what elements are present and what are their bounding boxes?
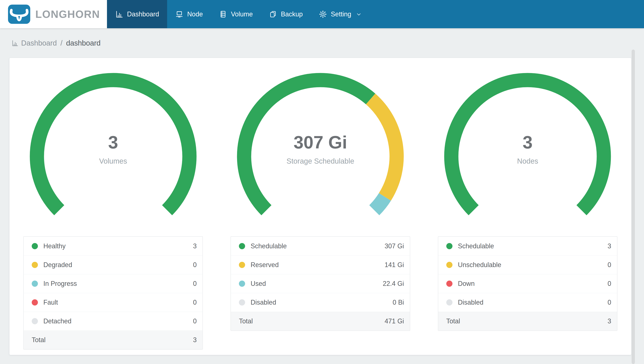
brand-name: LONGHORN [35,8,100,20]
legend-value: 0 [193,280,197,288]
breadcrumb-separator: / [60,39,64,47]
gauge-segment-used [374,197,385,210]
legend-value: 3 [608,317,611,325]
gauge-panel-3: 3NodesSchedulable3Unschedulable0Down0Dis… [424,58,631,355]
donut-gauge-3 [444,72,612,240]
legend-row-down: Down0 [438,274,617,293]
legend-color-dot [239,299,245,306]
nav-item-label: Backup [281,10,303,18]
gauge-segment-schedulable [244,80,370,210]
legend-color-dot [446,243,452,249]
volume-icon [219,10,227,18]
legend-value: 3 [608,242,611,250]
legend-value: 0 Bi [393,298,404,306]
legend-value: 141 Gi [385,261,404,269]
legend-label: Degraded [43,261,72,269]
legend-label: Total [239,317,253,325]
legend-value: 471 Gi [385,317,404,325]
gauge-panel-2: 307 GiStorage SchedulableSchedulable307 … [217,58,424,355]
legend-value: 22.4 Gi [383,280,404,288]
legend-row-used: Used22.4 Gi [231,274,410,293]
nav-item-volume[interactable]: Volume [211,0,261,28]
gauge-segment-reserved [371,99,397,197]
legend-color-dot [32,318,38,324]
legend-color-dot [32,280,38,287]
nav-item-backup[interactable]: Backup [261,0,311,28]
legend-color-dot [239,280,245,287]
legend-label: Schedulable [458,242,494,250]
gauge-panel-1: 3VolumesHealthy3Degraded0In Progress0Fau… [10,58,217,355]
brand-logo-area[interactable]: LONGHORN [0,0,107,28]
legend-total-row: Total3 [438,312,617,330]
gauge-segment-healthy [37,80,189,210]
legend-color-dot [32,299,38,306]
breadcrumb: Dashboard / dashboard [0,28,644,58]
legend-value: 0 [193,317,197,325]
donut-gauge-1 [29,72,197,240]
legend-value: 0 [608,280,611,288]
nav-item-label: Node [187,10,203,18]
legend-label: Healthy [43,242,66,250]
legend-label: Schedulable [250,242,287,250]
legend-color-dot [32,262,38,268]
legend-value: 3 [193,242,197,250]
legend-label: Total [32,336,46,344]
gauge-segment-schedulable [452,80,604,210]
legend-label: In Progress [43,280,77,288]
top-navbar: LONGHORN DashboardNodeVolumeBackupSettin… [0,0,644,28]
breadcrumb-current-page: dashboard [66,39,100,47]
donut-gauge-2 [236,72,404,240]
legend-label: Fault [43,298,58,306]
nav-item-dashboard[interactable]: Dashboard [107,0,167,28]
node-icon [175,10,184,18]
legend-row-reserved: Reserved141 Gi [231,256,410,274]
nav-item-node[interactable]: Node [167,0,211,28]
nav-item-label: Setting [331,10,351,18]
dashboard-card: 3VolumesHealthy3Degraded0In Progress0Fau… [10,58,631,355]
setting-icon [319,10,327,18]
legend-row-healthy: Healthy3 [24,237,202,256]
legend-value: 0 [608,298,611,306]
legend-label: Disabled [458,298,484,306]
breadcrumb-section[interactable]: Dashboard [21,39,57,47]
legend-color-dot [239,262,245,268]
legend-value: 0 [193,261,197,269]
legend-row-detached: Detached0 [24,312,202,330]
legend-color-dot [32,243,38,249]
legend-label: Reserved [250,261,279,269]
chevron-down-icon [356,11,362,18]
legend-row-in-progress: In Progress0 [24,274,202,293]
legend-row-schedulable: Schedulable307 Gi [231,237,410,256]
vertical-scrollbar-thumb[interactable] [632,50,635,364]
legend-row-disabled: Disabled0 Bi [231,293,410,312]
nav-item-setting[interactable]: Setting [311,0,370,28]
legend-row-disabled: Disabled0 [438,293,617,312]
legend-label: Total [446,317,460,325]
legend-row-fault: Fault0 [24,293,202,312]
legend-label: Detached [43,317,72,325]
legend-color-dot [446,280,452,287]
nav-item-label: Volume [231,10,253,18]
legend-label: Used [250,280,266,288]
legend-row-schedulable: Schedulable3 [438,237,617,256]
legend-value: 0 [608,261,611,269]
legend-row-degraded: Degraded0 [24,256,202,274]
legend-total-row: Total471 Gi [231,312,410,330]
legend-total-row: Total3 [24,330,202,349]
legend-color-dot [239,243,245,249]
gauge-grid: 3VolumesHealthy3Degraded0In Progress0Fau… [10,58,631,355]
legend-value: 3 [193,336,197,344]
backup-icon [269,10,277,18]
legend-table-3: Schedulable3Unschedulable0Down0Disabled0… [438,236,618,331]
legend-color-dot [446,262,452,268]
legend-label: Disabled [250,298,276,306]
chart-icon [11,40,18,47]
legend-value: 0 [193,298,197,306]
main-nav: DashboardNodeVolumeBackupSetting [107,0,644,28]
legend-table-1: Healthy3Degraded0In Progress0Fault0Detac… [23,236,203,350]
chart-icon [11,40,18,47]
longhorn-logo-icon [8,4,30,24]
nav-item-label: Dashboard [127,10,159,18]
legend-row-unschedulable: Unschedulable0 [438,256,617,274]
legend-label: Unschedulable [458,261,501,269]
